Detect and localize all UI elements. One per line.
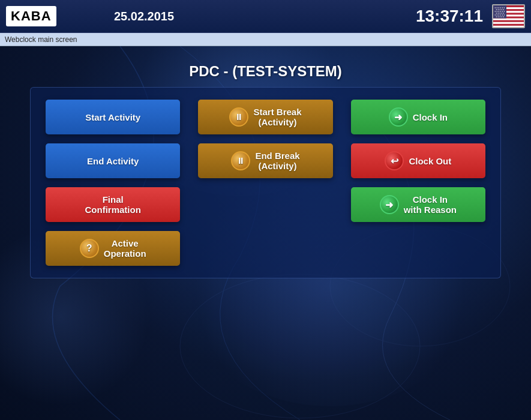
nav-bar: Webclock main screen (0, 33, 531, 46)
header: KABA 25.02.2015 13:37:11 ★★★★★★ ★★★★★ ★★… (0, 0, 531, 33)
svg-text:★★★★★: ★★★★★ (496, 16, 505, 18)
clock-out-button[interactable]: ↩ Clock Out (351, 143, 485, 178)
clock-in-reason-label: Clock Inwith Reason (404, 194, 457, 215)
svg-rect-5 (493, 22, 525, 24)
clock-in-reason-button[interactable]: ➜ Clock Inwith Reason (351, 187, 485, 222)
pause2-icon: ⏸ (231, 151, 250, 170)
content-panel: PDC - (TEST-SYSTEM) Start Activity ⏸ Sta… (0, 46, 531, 284)
clock-out-label: Clock Out (409, 156, 451, 166)
clock-in-button[interactable]: ➜ Clock In (351, 100, 485, 134)
logo-area: KABA (6, 6, 102, 26)
svg-rect-6 (493, 26, 525, 28)
active-operation-button[interactable]: ? ActiveOperation (46, 231, 180, 266)
main-area: PDC - (TEST-SYSTEM) Start Activity ⏸ Sta… (0, 46, 531, 420)
end-activity-button[interactable]: End Activity (46, 143, 180, 178)
nav-label: Webclock main screen (5, 35, 77, 44)
arrow-reason-icon: ➜ (380, 195, 399, 214)
end-break-activity-button[interactable]: ⏸ End Break(Activity) (198, 143, 332, 178)
final-confirmation-button[interactable]: FinalConfirmation (46, 187, 180, 222)
start-activity-button[interactable]: Start Activity (46, 100, 180, 134)
clock-in-label: Clock In (413, 112, 448, 122)
start-activity-label: Start Activity (85, 112, 140, 122)
flag-icon[interactable]: ★★★★★★ ★★★★★ ★★★★★★ ★★★★★ ★★★★★★ ★★★★★ (492, 4, 525, 28)
pause-icon: ⏸ (229, 107, 248, 127)
buttons-grid: Start Activity ⏸ Start Break(Activity) ➜… (30, 87, 501, 278)
end-activity-label: End Activity (87, 156, 139, 166)
start-break-label: Start Break(Activity) (253, 107, 301, 127)
panel-title: PDC - (TEST-SYSTEM) (12, 52, 519, 87)
svg-rect-4 (493, 19, 525, 20)
arrow-left-icon: ↩ (385, 151, 404, 170)
start-break-activity-button[interactable]: ⏸ Start Break(Activity) (198, 100, 332, 134)
question-icon: ? (80, 239, 99, 258)
arrow-right-icon: ➜ (389, 107, 408, 127)
kaba-logo: KABA (6, 6, 56, 26)
final-confirmation-label: FinalConfirmation (85, 194, 141, 215)
active-operation-label: ActiveOperation (104, 238, 146, 259)
date-display: 25.02.2015 (114, 10, 416, 23)
end-break-label: End Break(Activity) (255, 151, 299, 171)
time-display: 13:37:11 (416, 7, 483, 26)
